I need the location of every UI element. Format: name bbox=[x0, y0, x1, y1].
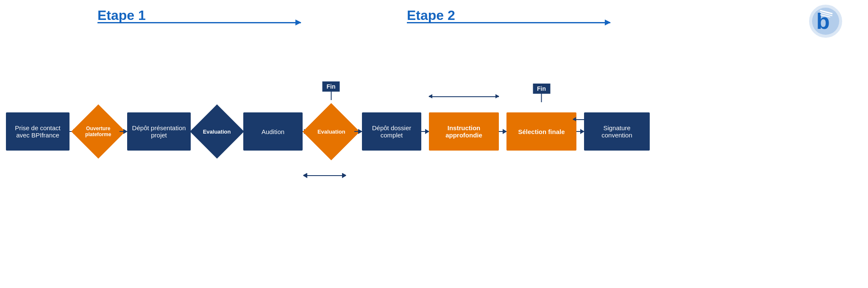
stage1-label: Etape 1 bbox=[97, 8, 146, 23]
step-prise-contact-label: Prise de contact avec BPIfrance bbox=[10, 124, 65, 139]
step-audition-label: Audition bbox=[262, 128, 284, 135]
fin-2-line bbox=[541, 94, 542, 102]
step-depot-dossier: Dépôt dossier complet bbox=[362, 112, 421, 151]
step-evaluation2: Fin Evaluation bbox=[308, 110, 354, 153]
step-depot-dossier-label: Dépôt dossier complet bbox=[366, 124, 417, 139]
feedback-arrow bbox=[303, 175, 359, 176]
fin-2-box: Fin bbox=[533, 84, 550, 94]
step-prise-contact: Prise de contact avec BPIfrance bbox=[6, 112, 70, 151]
step-selection-finale: Sélection finale bbox=[506, 112, 576, 151]
bpifrance-logo: b bbox=[809, 4, 843, 38]
step-selection-container: Fin Sélection finale bbox=[506, 112, 576, 151]
arrow-8 bbox=[499, 131, 506, 132]
step-instruction: Instruction approfondie bbox=[429, 112, 499, 151]
step-depot-presentation-label: Dépôt présentation projet bbox=[131, 124, 186, 139]
fin-1-line bbox=[331, 92, 331, 100]
flow-diagram: Prise de contact avec BPIfrance Ouvertur… bbox=[6, 110, 650, 153]
step-selection-finale-label: Sélection finale bbox=[518, 128, 565, 135]
step-depot-presentation: Dépôt présentation projet bbox=[127, 112, 191, 151]
fin-1-box: Fin bbox=[323, 81, 340, 92]
stage2-arrow bbox=[407, 22, 610, 23]
step-ouverture: Ouvertureplateforme bbox=[77, 110, 120, 153]
arrow-9 bbox=[576, 131, 584, 132]
step-evaluation1: Evaluation bbox=[196, 110, 238, 153]
fin-1-container: Fin bbox=[323, 81, 340, 100]
arrow-4 bbox=[238, 131, 243, 132]
step-evaluation2-label: Evaluation bbox=[317, 129, 345, 135]
fin-2-container: Fin bbox=[533, 84, 550, 102]
arrow-2 bbox=[120, 131, 127, 132]
step-instruction-label: Instruction approfondie bbox=[433, 124, 495, 139]
top-double-arrow-instruction bbox=[429, 96, 499, 97]
step-signature: Signature convention bbox=[584, 112, 650, 151]
step-instruction-container: Instruction approfondie bbox=[429, 112, 499, 151]
stage2-label: Etape 2 bbox=[407, 8, 455, 23]
step-ouverture-label: Ouvertureplateforme bbox=[85, 126, 111, 137]
arrow-7 bbox=[421, 131, 429, 132]
step-audition: Audition bbox=[243, 112, 303, 151]
arrow-6 bbox=[354, 131, 362, 132]
stage1-arrow bbox=[97, 22, 301, 23]
step-signature-label: Signature convention bbox=[588, 124, 645, 139]
step-evaluation1-label: Evaluation bbox=[203, 129, 231, 135]
